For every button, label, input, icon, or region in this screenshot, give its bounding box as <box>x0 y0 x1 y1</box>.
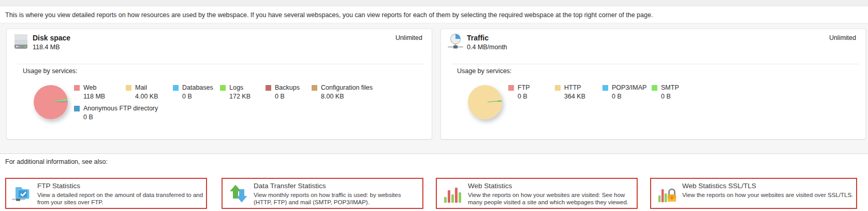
intro-text: This is where you view detailed reports … <box>5 11 653 19</box>
disk-usage-pie-chart <box>34 85 68 119</box>
card-divider <box>17 64 425 64</box>
legend-item-backups: Backups 0 B <box>266 84 312 100</box>
see-also-label: For additional information, see also: <box>5 158 108 165</box>
traffic-usage-value: 0.4 MB/month <box>467 44 507 51</box>
legend-item-anonymous-ftp: Anonymous FTP directory 0 B <box>74 105 158 121</box>
legend-swatch <box>266 85 271 91</box>
legend-swatch <box>602 85 608 91</box>
traffic-limit-label: Unlimited <box>829 34 856 41</box>
traffic-pie-icon <box>447 33 464 51</box>
card-divider <box>451 64 859 64</box>
link-description: View the reports on how your websites ar… <box>682 192 854 199</box>
usage-by-services-label: Usage by services: <box>23 67 78 75</box>
traffic-card: Traffic 0.4 MB/month Unlimited Usage by … <box>440 29 866 139</box>
disk-limit-label: Unlimited <box>395 34 422 41</box>
legend-swatch <box>555 85 561 91</box>
disk-usage-value: 118.4 MB <box>33 44 60 51</box>
link-title: Web Statistics SSL/TLS <box>682 182 756 190</box>
traffic-usage-legend: FTP 0 B HTTP 364 KB POP3/IMAP 0 B SMTP 0… <box>508 84 861 100</box>
web-statistics-link[interactable]: Web Statistics View the reports on how y… <box>436 178 638 209</box>
card-title: Traffic <box>467 34 489 42</box>
legend-swatch <box>74 106 80 111</box>
data-transfer-statistics-link[interactable]: Data Transfer Statistics View monthly re… <box>222 178 423 209</box>
legend-swatch <box>652 85 657 91</box>
cards-zone: Disk space 118.4 MB Unlimited Usage by s… <box>0 23 868 154</box>
legend-item-web: Web 118 MB <box>74 84 126 100</box>
hard-drive-icon <box>13 33 30 51</box>
legend-swatch <box>508 85 514 91</box>
link-description: View the reports on how your websites ar… <box>468 192 634 206</box>
link-title: FTP Statistics <box>37 182 80 190</box>
up-down-arrows-icon <box>228 184 249 204</box>
legend-item-http: HTTP 364 KB <box>555 84 602 100</box>
legend-item-databases: Databases 0 B <box>173 84 220 100</box>
web-statistics-ssl-tls-link[interactable]: Web Statistics SSL/TLS View the reports … <box>650 178 857 209</box>
disk-space-card: Disk space 118.4 MB Unlimited Usage by s… <box>6 29 432 139</box>
card-title: Disk space <box>33 34 70 42</box>
link-description: View monthly reports on how traffic is u… <box>254 192 420 206</box>
legend-item-logs: Logs 172 KB <box>220 84 266 100</box>
legend-swatch <box>220 85 226 91</box>
link-title: Web Statistics <box>468 182 512 190</box>
bar-chart-lock-icon <box>657 184 678 204</box>
legend-item-smtp: SMTP 0 B <box>652 84 679 100</box>
page-top-strip <box>0 0 868 6</box>
legend-item-mail: Mail 4.00 KB <box>126 84 173 100</box>
link-description: View a detailed report on the amount of … <box>37 192 203 206</box>
legend-swatch <box>312 85 317 91</box>
disk-usage-legend: Web 118 MB Mail 4.00 KB Databases 0 B Lo… <box>74 84 428 121</box>
legend-item-pop3-imap: POP3/IMAP 0 B <box>602 84 652 100</box>
traffic-usage-pie-chart <box>468 85 502 119</box>
legend-swatch <box>173 85 179 91</box>
legend-swatch <box>74 85 80 91</box>
legend-swatch <box>126 85 131 91</box>
link-title: Data Transfer Statistics <box>254 182 326 190</box>
ftp-folder-check-icon <box>12 184 33 204</box>
bar-chart-icon <box>443 184 463 204</box>
legend-item-configuration-files: Configuration files 8.00 KB <box>312 84 373 100</box>
legend-item-ftp: FTP 0 B <box>508 84 555 100</box>
usage-by-services-label: Usage by services: <box>457 67 512 75</box>
ftp-statistics-link[interactable]: FTP Statistics View a detailed report on… <box>5 178 207 209</box>
